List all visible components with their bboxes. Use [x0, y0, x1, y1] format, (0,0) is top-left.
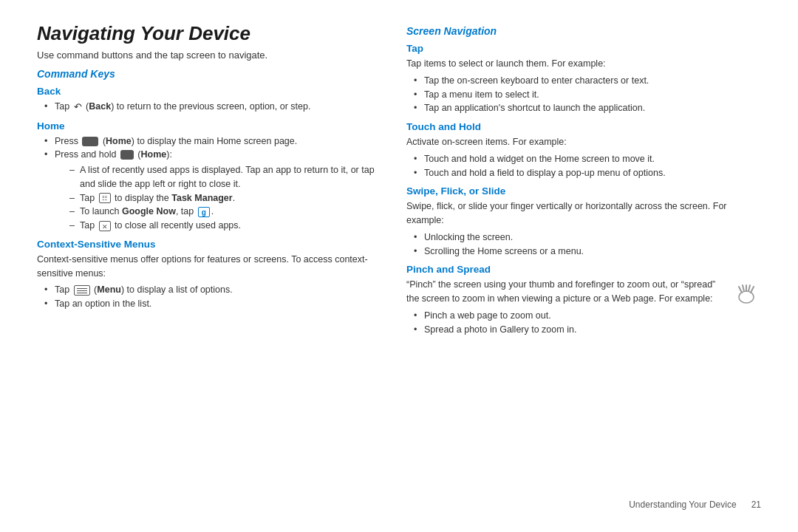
context-bullet-1: Tap (Menu) to display a list of options. — [44, 283, 377, 297]
intro-text: Use command buttons and the tap screen t… — [37, 50, 377, 61]
svg-line-5 — [751, 287, 754, 293]
home-bold-1: Home — [106, 136, 132, 146]
tap-bullet-1: Tap the on-screen keyboard to enter char… — [414, 74, 761, 88]
touch-hold-bullet-2: Touch and hold a field to display a pop-… — [414, 166, 761, 180]
close-apps-icon: ✕ — [99, 221, 111, 231]
context-list: Tap (Menu) to display a list of options.… — [37, 283, 377, 311]
pinch-body: “Pinch” the screen using your thumb and … — [406, 278, 761, 306]
pinch-heading: Pinch and Spread — [406, 264, 761, 275]
swipe-list: Unlocking the screen. Scrolling the Home… — [406, 231, 761, 259]
footer-page-number: 21 — [751, 499, 761, 510]
back-bullet: Tap ↶ (Back) to return to the previous s… — [44, 100, 377, 115]
home-sub-list: A list of recently used apps is displaye… — [55, 163, 377, 233]
svg-line-2 — [743, 285, 744, 291]
tap-body: Tap items to select or launch them. For … — [406, 57, 761, 71]
content-area: Navigating Your Device Use command butto… — [37, 22, 761, 492]
touch-hold-list: Touch and hold a widget on the Home scre… — [406, 152, 761, 180]
left-column: Navigating Your Device Use command butto… — [37, 22, 377, 492]
page-title: Navigating Your Device — [37, 22, 377, 45]
tap-heading: Tap — [406, 43, 761, 54]
task-manager-icon: ☷ — [99, 193, 111, 203]
context-body: Context-sensitive menus offer options fo… — [37, 253, 377, 281]
pinch-bullet-2: Spread a photo in Gallery to zoom in. — [414, 323, 761, 337]
home-bullet-1: Press (Home) to display the main Home sc… — [44, 134, 377, 149]
touch-hold-body: Activate on-screen items. For example: — [406, 135, 761, 149]
svg-point-0 — [739, 291, 754, 303]
menu-bold: Menu — [97, 284, 121, 295]
context-bullet-2: Tap an option in the list. — [44, 297, 377, 311]
pinch-section: “Pinch” the screen using your thumb and … — [406, 278, 761, 306]
svg-line-4 — [748, 285, 750, 291]
home-bold-2: Home — [141, 149, 167, 160]
command-keys-heading: Command Keys — [37, 68, 377, 80]
back-bold: Back — [89, 101, 111, 112]
pinch-list: Pinch a web page to zoom out. Spread a p… — [406, 309, 761, 337]
home-list: Press (Home) to display the main Home sc… — [37, 134, 377, 233]
back-arrow-icon: ↶ — [74, 100, 82, 115]
touch-hold-heading: Touch and Hold — [406, 121, 761, 132]
home-heading: Home — [37, 120, 377, 132]
home-button-icon — [82, 137, 98, 146]
home-sub-3: To launch Google Now, tap g. — [69, 205, 377, 219]
pinch-spread-icon — [732, 279, 761, 311]
home-sub-2: Tap ☷ to display the Task Manager. — [69, 191, 377, 205]
swipe-heading: Swipe, Flick, or Slide — [406, 185, 761, 197]
page: Navigating Your Device Use command butto… — [0, 0, 798, 532]
screen-nav-heading: Screen Navigation — [406, 25, 761, 37]
swipe-bullet-1: Unlocking the screen. — [414, 231, 761, 245]
tap-bullet-2: Tap a menu item to select it. — [414, 88, 761, 102]
home-sub-4: Tap ✕ to close all recently used apps. — [69, 219, 377, 233]
swipe-bullet-2: Scrolling the Home screens or a menu. — [414, 245, 761, 259]
home-bullet-2: Press and hold (Home): A list of recentl… — [44, 148, 377, 233]
context-heading: Context-Sensitive Menus — [37, 239, 377, 250]
home-sub-1: A list of recently used apps is displaye… — [69, 163, 377, 191]
back-list: Tap ↶ (Back) to return to the previous s… — [37, 100, 377, 115]
touch-hold-bullet-1: Touch and hold a widget on the Home scre… — [414, 152, 761, 166]
back-heading: Back — [37, 86, 377, 97]
right-column: Screen Navigation Tap Tap items to selec… — [406, 22, 761, 492]
tap-list: Tap the on-screen keyboard to enter char… — [406, 74, 761, 115]
pinch-bullet-1: Pinch a web page to zoom out. — [414, 309, 761, 323]
menu-icon — [74, 285, 90, 296]
footer-text: Understanding Your Device — [629, 499, 736, 510]
tap-bullet-3: Tap an application's shortcut to launch … — [414, 101, 761, 115]
svg-line-1 — [739, 287, 742, 293]
home-button-icon-2 — [120, 150, 134, 160]
swipe-body: Swipe, flick, or slide your finger verti… — [406, 200, 761, 228]
footer: Understanding Your Device 21 — [37, 492, 761, 510]
google-now-icon: g — [198, 207, 210, 217]
